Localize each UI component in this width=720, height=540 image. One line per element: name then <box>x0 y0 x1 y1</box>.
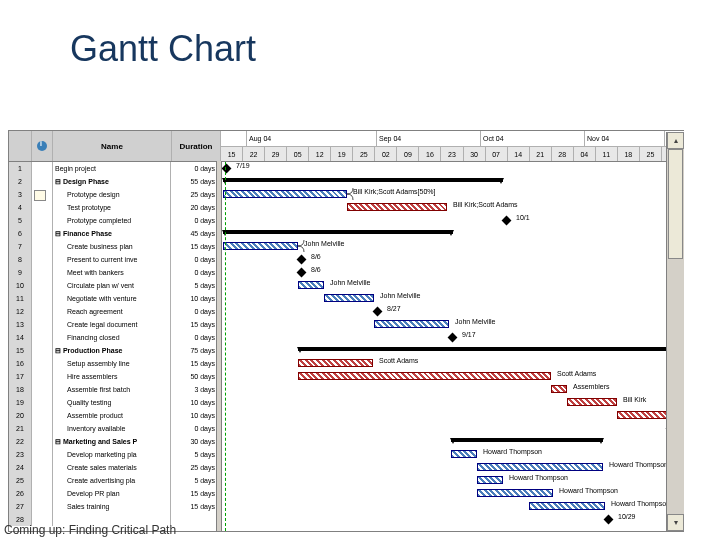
task-duration[interactable]: 15 days <box>171 357 219 370</box>
milestone-icon[interactable] <box>448 333 458 343</box>
task-name[interactable]: Inventory available <box>53 422 171 435</box>
task-bar[interactable] <box>298 359 373 367</box>
task-duration[interactable]: 10 days <box>171 292 219 305</box>
week-header[interactable]: 04 <box>574 147 596 161</box>
week-header[interactable]: 07 <box>486 147 508 161</box>
table-row[interactable]: 27Sales training15 daysHoward Thompson <box>9 500 684 513</box>
task-bar[interactable] <box>617 411 667 419</box>
milestone-icon[interactable] <box>604 515 614 525</box>
week-header[interactable]: 05 <box>287 147 309 161</box>
task-duration[interactable]: 10 days <box>171 396 219 409</box>
week-header[interactable]: 18 <box>618 147 640 161</box>
task-bar[interactable] <box>223 190 347 198</box>
task-bar[interactable] <box>324 294 374 302</box>
task-name[interactable]: Assemble first batch <box>53 383 171 396</box>
week-header[interactable]: 21 <box>530 147 552 161</box>
task-bar[interactable] <box>529 502 605 510</box>
task-duration[interactable]: 25 days <box>171 461 219 474</box>
task-duration[interactable]: 45 days <box>171 227 219 240</box>
task-name[interactable]: Create business plan <box>53 240 171 253</box>
col-duration-header[interactable]: Duration <box>172 131 221 161</box>
task-name[interactable]: Assemble product <box>53 409 171 422</box>
task-name[interactable]: Test prototype <box>53 201 171 214</box>
table-row[interactable]: 6⊟ Finance Phase45 days <box>9 227 684 240</box>
month-header[interactable] <box>221 131 247 146</box>
table-row[interactable]: 21Inventory available0 days11/24 <box>9 422 684 435</box>
task-name[interactable]: Present to current inve <box>53 253 171 266</box>
table-row[interactable]: 15⊟ Production Phase75 days <box>9 344 684 357</box>
task-name[interactable]: Financing closed <box>53 331 171 344</box>
table-row[interactable]: 7Create business plan15 daysJohn Melvill… <box>9 240 684 253</box>
task-duration[interactable]: 0 days <box>171 331 219 344</box>
task-bar[interactable] <box>298 281 324 289</box>
week-header[interactable]: 16 <box>419 147 441 161</box>
table-row[interactable]: 17Hire assemblers50 daysScott Adams <box>9 370 684 383</box>
table-row[interactable]: 20Assemble product10 daysAssemblers <box>9 409 684 422</box>
milestone-icon[interactable] <box>297 268 307 278</box>
task-bar[interactable] <box>451 450 477 458</box>
task-duration[interactable]: 15 days <box>171 487 219 500</box>
task-bar[interactable] <box>477 476 503 484</box>
month-header[interactable]: Aug 04 <box>247 131 377 146</box>
task-name[interactable]: Begin project <box>53 162 171 175</box>
week-header[interactable]: 23 <box>441 147 463 161</box>
col-name-header[interactable]: Name <box>53 131 172 161</box>
table-row[interactable]: 3Prototype design25 daysBill Kirk;Scott … <box>9 188 684 201</box>
task-name[interactable]: ⊟ Finance Phase <box>53 227 171 240</box>
summary-bar[interactable] <box>451 438 603 442</box>
task-bar[interactable] <box>347 203 447 211</box>
month-header[interactable]: Sep 04 <box>377 131 481 146</box>
col-indicator-header[interactable] <box>32 131 53 161</box>
table-row[interactable]: 23Develop marketing pla5 daysHoward Thom… <box>9 448 684 461</box>
task-name[interactable]: Sales training <box>53 500 171 513</box>
task-bar[interactable] <box>298 372 551 380</box>
task-name[interactable]: Hire assemblers <box>53 370 171 383</box>
task-bar[interactable] <box>567 398 617 406</box>
week-header[interactable]: 22 <box>243 147 265 161</box>
week-header[interactable]: 12 <box>309 147 331 161</box>
task-duration[interactable]: 25 days <box>171 188 219 201</box>
task-duration[interactable] <box>171 513 219 526</box>
task-name[interactable]: Prototype completed <box>53 214 171 227</box>
task-duration[interactable]: 10 days <box>171 409 219 422</box>
task-duration[interactable]: 20 days <box>171 201 219 214</box>
table-row[interactable]: 19Quality testing10 daysBill Kirk <box>9 396 684 409</box>
task-name[interactable]: Develop marketing pla <box>53 448 171 461</box>
week-header[interactable]: 25 <box>640 147 662 161</box>
task-name[interactable]: ⊟ Design Phase <box>53 175 171 188</box>
milestone-icon[interactable] <box>297 255 307 265</box>
task-name[interactable]: Meet with bankers <box>53 266 171 279</box>
task-name[interactable]: Negotiate with venture <box>53 292 171 305</box>
task-bar[interactable] <box>374 320 449 328</box>
week-header[interactable]: 11 <box>596 147 618 161</box>
month-header[interactable]: Nov 04 <box>585 131 665 146</box>
month-header[interactable]: Oct 04 <box>481 131 585 146</box>
table-row[interactable]: 13Create legal document15 daysJohn Melvi… <box>9 318 684 331</box>
task-name[interactable]: Create advertising pla <box>53 474 171 487</box>
task-duration[interactable]: 15 days <box>171 318 219 331</box>
task-name[interactable]: Circulate plan w/ vent <box>53 279 171 292</box>
task-duration[interactable]: 0 days <box>171 422 219 435</box>
table-row[interactable]: 25Create advertising pla5 daysHoward Tho… <box>9 474 684 487</box>
col-id-header[interactable] <box>9 131 32 161</box>
table-row[interactable]: 1Begin project0 days7/19 <box>9 162 684 175</box>
table-row[interactable]: 10Circulate plan w/ vent5 daysJohn Melvi… <box>9 279 684 292</box>
task-bar[interactable] <box>223 242 298 250</box>
task-name[interactable]: Create sales materials <box>53 461 171 474</box>
table-row[interactable]: 18Assemble first batch3 daysAssemblers <box>9 383 684 396</box>
task-duration[interactable]: 50 days <box>171 370 219 383</box>
table-row[interactable]: 16Setup assembly line15 daysScott Adams <box>9 357 684 370</box>
task-duration[interactable]: 0 days <box>171 162 219 175</box>
milestone-icon[interactable] <box>502 216 512 226</box>
table-row[interactable]: 14Financing closed0 days9/17 <box>9 331 684 344</box>
table-row[interactable]: 5Prototype completed0 days10/1 <box>9 214 684 227</box>
task-name[interactable]: Reach agreement <box>53 305 171 318</box>
scroll-up-icon[interactable]: ▴ <box>667 132 684 149</box>
task-name[interactable]: ⊟ Marketing and Sales P <box>53 435 171 448</box>
table-row[interactable]: 22⊟ Marketing and Sales P30 days <box>9 435 684 448</box>
task-duration[interactable]: 0 days <box>171 305 219 318</box>
table-row[interactable]: 12Reach agreement0 days8/27 <box>9 305 684 318</box>
summary-bar[interactable] <box>223 178 503 182</box>
splitter[interactable] <box>216 161 222 531</box>
scroll-down-icon[interactable]: ▾ <box>667 514 684 531</box>
